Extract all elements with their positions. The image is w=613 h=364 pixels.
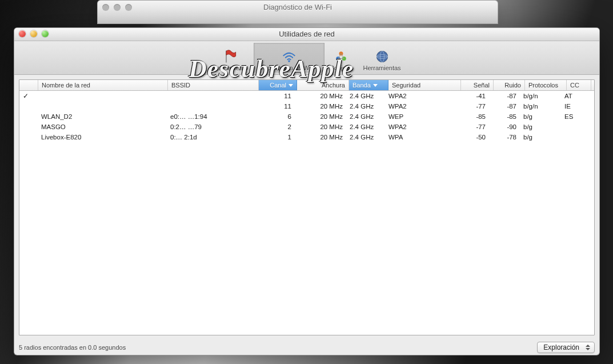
- flag-icon: [222, 49, 238, 65]
- cell-senal: -85: [457, 113, 489, 120]
- cell-protocolos: b/g: [520, 123, 561, 130]
- cell-canal: 11: [257, 93, 295, 99]
- cell-name: MASGO: [38, 123, 167, 130]
- cell-cc: IE: [561, 103, 585, 110]
- col-seguridad[interactable]: Seguridad: [388, 80, 461, 90]
- cell-ruido: -90: [489, 123, 520, 130]
- toolbar-item-bonjour[interactable]: Bonjour: [324, 43, 358, 73]
- cell-senal: -50: [457, 134, 489, 141]
- cell-anchura: 20 MHz: [295, 113, 346, 120]
- cell-banda: 2.4 GHz: [346, 123, 385, 130]
- toolbar-label: Herramientas: [363, 65, 401, 71]
- cell-protocolos: b/g: [520, 113, 561, 120]
- col-cc[interactable]: CC: [567, 80, 591, 90]
- col-anchura[interactable]: Anchura: [297, 80, 349, 90]
- networks-table: Nombre de la red BSSID Canal Anchura Ban…: [19, 79, 595, 335]
- cell-senal: -41: [457, 93, 489, 99]
- sort-desc-icon: [373, 84, 378, 87]
- background-window: Diagnóstico de Wi-Fi: [97, 0, 498, 24]
- cell-name: Livebox-E820: [38, 134, 167, 141]
- toolbar-item-herramientas[interactable]: Herramientas: [358, 43, 407, 73]
- table-row[interactable]: MASGO0:2… …79220 MHz2.4 GHzWPA2-77-90b/g: [19, 122, 594, 132]
- content-area: Nombre de la red BSSID Canal Anchura Ban…: [14, 75, 599, 340]
- cell-banda: 2.4 GHz: [346, 113, 385, 120]
- cell-connected: ✓: [19, 92, 38, 100]
- cell-bssid: 0:… 2:1d: [167, 134, 257, 141]
- toolbar-label: Rendimiento: [213, 65, 248, 71]
- toolbar-item-exploracion-wifi[interactable]: Exploración de Wi-Fi: [254, 43, 324, 73]
- cell-bssid: 0:2… …79: [167, 123, 257, 130]
- table-row[interactable]: 1120 MHz2.4 GHzWPA2-77-87b/g/nIE: [19, 101, 594, 111]
- scan-action-label: Exploración: [543, 343, 579, 351]
- sort-desc-icon: [289, 84, 293, 87]
- cell-seguridad: WPA2: [385, 103, 457, 110]
- cell-canal: 6: [257, 113, 295, 120]
- cell-banda: 2.4 GHz: [346, 103, 385, 110]
- cell-anchura: 20 MHz: [295, 123, 346, 130]
- cell-anchura: 20 MHz: [295, 103, 346, 110]
- col-banda[interactable]: Banda: [349, 80, 388, 90]
- col-senal[interactable]: Señal: [461, 80, 494, 90]
- col-protocolos[interactable]: Protocolos: [525, 80, 567, 90]
- cell-senal: -77: [457, 123, 489, 130]
- cell-canal: 11: [257, 103, 295, 110]
- cell-protocolos: b/g/n: [520, 93, 561, 99]
- col-connected[interactable]: [19, 80, 38, 90]
- cell-seguridad: WPA2: [385, 123, 457, 130]
- cell-seguridad: WPA: [385, 134, 457, 141]
- window-title: Utilidades de red: [14, 30, 599, 38]
- col-ruido[interactable]: Ruido: [494, 80, 525, 90]
- col-spacer: [591, 80, 595, 90]
- titlebar[interactable]: Utilidades de red: [14, 28, 599, 41]
- chevron-updown-icon: [585, 345, 591, 350]
- cell-seguridad: WPA2: [385, 93, 457, 99]
- cell-bssid: e0:… …1:94: [167, 113, 257, 120]
- cell-anchura: 20 MHz: [295, 134, 346, 141]
- cell-seguridad: WEP: [385, 113, 457, 120]
- cell-banda: 2.4 GHz: [346, 134, 385, 141]
- utilities-window: Utilidades de red Rendimiento Exploració…: [14, 27, 600, 355]
- cell-cc: ES: [561, 113, 585, 120]
- svg-point-0: [288, 60, 290, 62]
- cell-senal: -77: [457, 103, 489, 110]
- table-row[interactable]: WLAN_D2e0:… …1:94620 MHz2.4 GHzWEP-85-85…: [19, 111, 594, 122]
- table-row[interactable]: Livebox-E8200:… 2:1d120 MHz2.4 GHzWPA-50…: [19, 132, 594, 142]
- status-text: 5 radios encontradas en 0.0 segundos: [19, 344, 126, 351]
- background-window-title: Diagnóstico de Wi-Fi: [98, 3, 498, 11]
- cell-protocolos: b/g/n: [520, 103, 561, 110]
- cell-ruido: -87: [489, 93, 520, 99]
- table-header: Nombre de la red BSSID Canal Anchura Ban…: [19, 80, 594, 91]
- cell-ruido: -85: [489, 113, 520, 120]
- cell-anchura: 20 MHz: [295, 93, 346, 99]
- toolbar-label: Exploración de Wi-Fi: [260, 65, 318, 71]
- toolbar-item-rendimiento[interactable]: Rendimiento: [207, 43, 254, 73]
- cell-protocolos: b/g: [520, 134, 561, 141]
- col-name[interactable]: Nombre de la red: [38, 80, 168, 90]
- table-row[interactable]: ✓1120 MHz2.4 GHzWPA2-41-87b/g/nAT: [19, 91, 594, 101]
- bonjour-icon: [333, 49, 349, 65]
- globe-icon: [374, 49, 390, 65]
- scan-action-button[interactable]: Exploración: [537, 342, 595, 353]
- cell-canal: 1: [257, 134, 295, 141]
- cell-ruido: -87: [489, 103, 520, 110]
- cell-name: WLAN_D2: [38, 113, 167, 120]
- col-canal[interactable]: Canal: [259, 80, 297, 90]
- col-bssid[interactable]: BSSID: [168, 80, 259, 90]
- toolbar: Rendimiento Exploración de Wi-Fi Bonjour…: [14, 41, 599, 75]
- table-body[interactable]: ✓1120 MHz2.4 GHzWPA2-41-87b/g/nAT1120 MH…: [19, 91, 594, 335]
- cell-ruido: -78: [489, 134, 520, 141]
- toolbar-label: Bonjour: [330, 65, 352, 71]
- cell-cc: AT: [561, 93, 585, 99]
- wifi-icon: [281, 49, 297, 65]
- cell-banda: 2.4 GHz: [346, 93, 385, 99]
- status-bar: 5 radios encontradas en 0.0 segundos Exp…: [14, 340, 599, 355]
- cell-canal: 2: [257, 123, 295, 130]
